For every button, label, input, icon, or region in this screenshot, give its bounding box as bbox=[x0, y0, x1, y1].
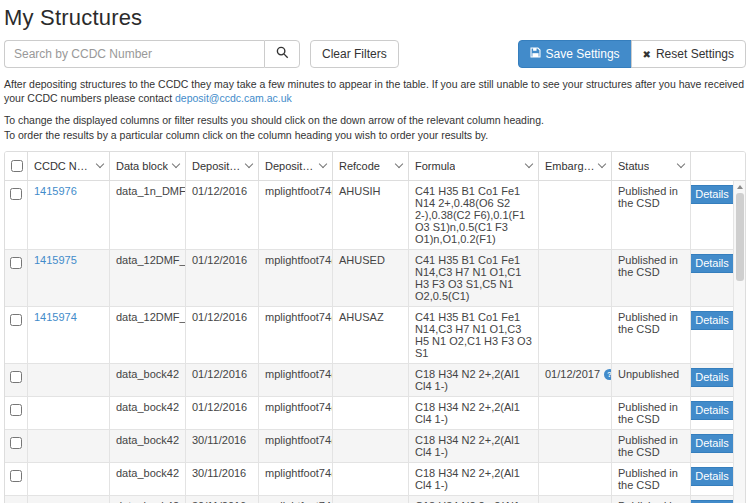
column-header-formula[interactable]: Formula bbox=[409, 152, 539, 180]
details-cell: Details bbox=[691, 397, 733, 429]
search-icon bbox=[276, 46, 289, 62]
search-input[interactable] bbox=[4, 40, 264, 68]
table-row: data_bock4201/12/2016mplightfoot74@g...C… bbox=[5, 397, 733, 430]
row-checkbox[interactable] bbox=[10, 257, 22, 269]
data-block-cell: data_bock42 bbox=[110, 397, 186, 429]
formula-cell: C18 H34 N2 2+,2(Al1 Cl4 1-) bbox=[409, 397, 539, 429]
refcode-cell bbox=[333, 496, 409, 503]
status-cell-value: Published in the CSD bbox=[618, 254, 678, 278]
deposit-info-paragraph: After depositing structures to the CCDC … bbox=[4, 77, 746, 105]
column-header-label: Deposited By bbox=[265, 160, 316, 172]
scrollbar-thumb[interactable] bbox=[736, 193, 744, 281]
chevron-down-icon[interactable] bbox=[395, 160, 403, 168]
column-header-datablock[interactable]: Data block bbox=[110, 152, 186, 180]
row-checkbox[interactable] bbox=[10, 404, 22, 416]
column-header-deposited-by[interactable]: Deposited By bbox=[259, 152, 333, 180]
deposited-on-cell: 01/12/2016 bbox=[186, 364, 259, 396]
details-button[interactable]: Details bbox=[691, 254, 733, 273]
details-button[interactable]: Details bbox=[691, 185, 733, 204]
embargoed-cell bbox=[539, 496, 612, 503]
deposited-on-cell-value: 01/12/2016 bbox=[192, 368, 247, 380]
ccdc-number-cell: 1415976 bbox=[28, 181, 110, 249]
row-checkbox[interactable] bbox=[10, 314, 22, 326]
refcode-cell: AHUSED bbox=[333, 250, 409, 306]
details-button[interactable]: Details bbox=[691, 311, 733, 330]
row-checkbox[interactable] bbox=[10, 437, 22, 449]
page-title: My Structures bbox=[4, 5, 746, 31]
select-all-checkbox[interactable] bbox=[11, 160, 23, 172]
deposited-by-cell-value: mplightfoot74@g... bbox=[265, 434, 333, 446]
details-button[interactable]: Details bbox=[691, 434, 733, 453]
status-cell-value: Published in the CSD bbox=[618, 185, 678, 209]
row-select-cell bbox=[5, 181, 28, 249]
ccdc-number-link[interactable]: 1415974 bbox=[34, 311, 77, 323]
scroll-up-icon[interactable] bbox=[737, 185, 743, 189]
chevron-down-icon[interactable] bbox=[598, 160, 606, 168]
data-block-cell: data_bock42 bbox=[110, 463, 186, 495]
column-header-label: Status bbox=[618, 160, 649, 172]
row-checkbox[interactable] bbox=[10, 188, 22, 200]
chevron-down-icon[interactable] bbox=[677, 160, 685, 168]
my-structures-page: My Structures Clear Filters Save Setting… bbox=[0, 0, 750, 503]
save-settings-button[interactable]: Save Settings bbox=[518, 40, 632, 68]
row-select-cell bbox=[5, 496, 28, 503]
chevron-down-icon[interactable] bbox=[319, 160, 327, 168]
deposited-on-cell: 01/12/2016 bbox=[186, 181, 259, 249]
question-circle-icon[interactable]: ? bbox=[604, 369, 612, 380]
chevron-down-icon[interactable] bbox=[172, 160, 180, 168]
deposited-by-cell-value: mplightfoot74@g... bbox=[265, 254, 333, 266]
reset-settings-button[interactable]: ✖ Reset Settings bbox=[631, 40, 746, 68]
details-button[interactable]: Details bbox=[691, 401, 733, 420]
deposited-by-cell: mplightfoot74@g... bbox=[259, 496, 333, 503]
chevron-down-icon[interactable] bbox=[96, 160, 104, 168]
clear-filters-label: Clear Filters bbox=[322, 47, 387, 61]
floppy-disk-icon bbox=[530, 47, 541, 61]
formula-cell-value: C18 H34 N2 2+,2(Al1 Cl4 1-) bbox=[415, 467, 520, 491]
chevron-down-icon[interactable] bbox=[245, 160, 253, 168]
column-header-status[interactable]: Status bbox=[612, 152, 691, 180]
formula-cell: C18 H34 N2 2+,2(Al1 Cl4 1-) bbox=[409, 496, 539, 503]
column-header-refcode[interactable]: Refcode bbox=[333, 152, 409, 180]
structures-grid: CCDC Num...Data blockDeposited OnDeposit… bbox=[4, 151, 746, 503]
row-select-cell bbox=[5, 307, 28, 363]
row-checkbox[interactable] bbox=[10, 371, 22, 383]
ccdc-number-link[interactable]: 1415976 bbox=[34, 185, 77, 197]
row-checkbox[interactable] bbox=[10, 470, 22, 482]
chevron-down-icon[interactable] bbox=[525, 160, 533, 168]
details-cell: Details bbox=[691, 307, 733, 363]
status-cell: Published in the CSD bbox=[612, 397, 691, 429]
column-header-ccdc[interactable]: CCDC Num... bbox=[28, 152, 110, 180]
table-row: 1415976data_1n_DMF_1...01/12/2016mplight… bbox=[5, 181, 733, 250]
vertical-scrollbar[interactable] bbox=[733, 181, 745, 503]
details-cell: Details bbox=[691, 364, 733, 396]
data-block-cell-value: data_1n_DMF_1... bbox=[116, 185, 186, 197]
data-block-cell-value: data_bock42 bbox=[116, 434, 179, 446]
data-block-cell-value: data_bock42 bbox=[116, 467, 179, 479]
data-block-cell: data_1n_DMF_1... bbox=[110, 181, 186, 249]
formula-cell: C18 H34 N2 2+,2(Al1 Cl4 1-) bbox=[409, 430, 539, 462]
deposited-on-cell-value: 01/12/2016 bbox=[192, 311, 247, 323]
formula-cell: C41 H35 B1 Co1 Fe1 N14 2+,0.48(O6 S2 2-)… bbox=[409, 181, 539, 249]
ccdc-number-link[interactable]: 1415975 bbox=[34, 254, 77, 266]
search-button[interactable] bbox=[264, 40, 300, 68]
contact-email-link[interactable]: deposit@ccdc.cam.ac.uk bbox=[175, 92, 292, 104]
data-block-cell-value: data_bock42 bbox=[116, 368, 179, 380]
column-header-deposited-on[interactable]: Deposited On bbox=[186, 152, 259, 180]
grid-header-row: CCDC Num...Data blockDeposited OnDeposit… bbox=[5, 152, 745, 181]
column-header-label: Deposited On bbox=[192, 160, 242, 172]
ccdc-number-cell: 1415975 bbox=[28, 250, 110, 306]
refcode-cell: AHUSAZ bbox=[333, 307, 409, 363]
column-header-embargoed[interactable]: Embargoed ... bbox=[539, 152, 612, 180]
refcode-cell bbox=[333, 463, 409, 495]
details-button[interactable]: Details bbox=[691, 368, 733, 387]
toolbar: Clear Filters Save Settings ✖ Reset Sett… bbox=[4, 40, 746, 68]
data-block-cell-value: data_bock42 bbox=[116, 401, 179, 413]
status-cell: Published in the CSD bbox=[612, 307, 691, 363]
status-cell: Published in the CSD bbox=[612, 250, 691, 306]
clear-filters-button[interactable]: Clear Filters bbox=[310, 40, 399, 68]
refcode-cell: AHUSIH bbox=[333, 181, 409, 249]
details-button[interactable]: Details bbox=[691, 467, 733, 486]
deposited-on-cell-value: 30/11/2016 bbox=[192, 434, 246, 446]
table-row: 1415975data_12DMF_90K01/12/2016mplightfo… bbox=[5, 250, 733, 307]
table-row: data_bock4230/11/2016mplightfoot74@g...C… bbox=[5, 463, 733, 496]
